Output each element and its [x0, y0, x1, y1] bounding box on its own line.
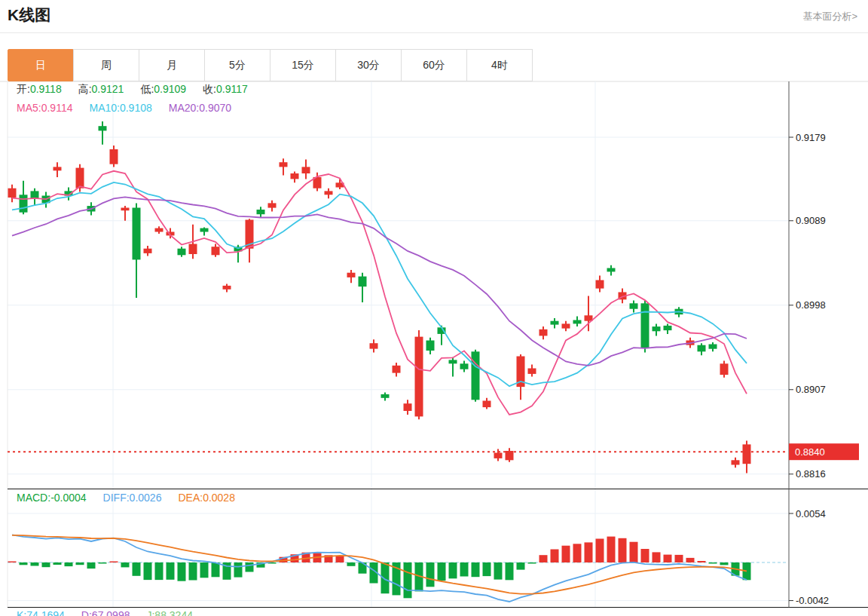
legend-value: 0.0028	[203, 492, 235, 504]
kline-page: { "header": { "title": "K线图", "analysis_…	[0, 0, 868, 616]
ohlc-legend: 开:0.9118高:0.9121低:0.9109收:0.9117	[17, 83, 264, 97]
current-price-badge: 0.8840	[789, 443, 859, 460]
legend-value: 0.9121	[92, 83, 124, 95]
legend-label: DIFF:	[103, 492, 130, 504]
legend-token: DEA:0.0028	[178, 492, 235, 504]
legend-value: 0.9108	[120, 102, 152, 114]
interval-tab-bar: 日周月5分15分30分60分4时	[8, 49, 533, 81]
legend-value: 0.0026	[130, 492, 162, 504]
legend-label: MACD:	[17, 492, 50, 504]
legend-label: DEA:	[178, 492, 203, 504]
legend-value: 0.9109	[154, 83, 186, 95]
macd-legend: MACD:-0.0004DIFF:0.0026DEA:0.0028	[17, 492, 252, 504]
legend-token: 高:0.9121	[78, 83, 124, 97]
legend-label: MA10:	[89, 102, 119, 114]
kdj-legend-clipped: K:74.1694D:67.0998J:88.3244	[17, 609, 209, 616]
legend-value: 0.9117	[216, 83, 248, 95]
legend-token: D:67.0998	[81, 609, 130, 616]
tab-day[interactable]: 日	[8, 49, 74, 81]
legend-token: MA10:0.9108	[89, 102, 151, 114]
tab-15min[interactable]: 15分	[270, 49, 336, 81]
svg-text:-0.0042: -0.0042	[796, 595, 829, 606]
grid-lines	[8, 81, 789, 608]
legend-label: 开:	[17, 83, 30, 95]
tab-5min[interactable]: 5分	[204, 49, 270, 81]
legend-value: 67.0998	[92, 609, 130, 616]
tab-4hour[interactable]: 4时	[466, 49, 533, 81]
svg-text:0.8840: 0.8840	[795, 446, 825, 458]
tab-month[interactable]: 月	[139, 49, 205, 81]
tab-30min[interactable]: 30分	[335, 49, 402, 81]
fundamental-analysis-link[interactable]: 基本面分析>	[802, 10, 857, 23]
legend-value: 88.3244	[154, 609, 193, 616]
legend-label: 低:	[140, 83, 154, 95]
svg-text:0.9179: 0.9179	[796, 132, 826, 143]
legend-token: J:88.3244	[146, 609, 193, 616]
ma-legend: MA5:0.9114MA10:0.9108MA20:0.9070	[17, 102, 248, 114]
tab-week[interactable]: 周	[73, 49, 139, 81]
legend-token: MA5:0.9114	[17, 102, 72, 114]
legend-value: 0.9070	[199, 102, 231, 114]
price-axis: 0.91790.90890.89980.89070.8816	[789, 132, 826, 480]
svg-text:0.0054: 0.0054	[796, 508, 826, 519]
legend-label: MA5:	[17, 102, 41, 114]
legend-label: J:	[146, 609, 154, 616]
legend-token: K:74.1694	[17, 609, 65, 616]
svg-text:0.8998: 0.8998	[796, 299, 826, 311]
legend-token: 开:0.9118	[17, 83, 62, 97]
legend-token: DIFF:0.0026	[103, 492, 162, 504]
svg-text:0.8907: 0.8907	[796, 384, 826, 395]
legend-value: 74.1694	[26, 609, 65, 616]
legend-token: 收:0.9117	[203, 83, 248, 97]
legend-label: 高:	[78, 83, 92, 95]
page-title: K线图	[8, 5, 50, 26]
legend-label: D:	[81, 609, 92, 616]
legend-label: MA20:	[169, 102, 199, 114]
ma10-line	[12, 182, 747, 386]
legend-token: 低:0.9109	[140, 83, 186, 97]
legend-value: 0.9114	[41, 102, 73, 114]
ma5-line	[12, 171, 747, 415]
legend-token: MACD:-0.0004	[17, 492, 87, 504]
legend-token: MA20:0.9070	[169, 102, 231, 114]
legend-label: K:	[17, 609, 26, 616]
legend-value: 0.9118	[30, 83, 62, 95]
macd-histogram	[8, 537, 751, 599]
legend-value: -0.0004	[50, 492, 86, 504]
svg-text:0.9089: 0.9089	[796, 215, 826, 226]
ma20-line	[12, 197, 747, 365]
macd-axis: 0.0054-0.0042	[789, 508, 829, 607]
svg-text:0.8816: 0.8816	[796, 468, 826, 480]
legend-label: 收:	[203, 83, 216, 95]
header-divider	[0, 32, 868, 33]
tab-60min[interactable]: 60分	[401, 49, 467, 81]
